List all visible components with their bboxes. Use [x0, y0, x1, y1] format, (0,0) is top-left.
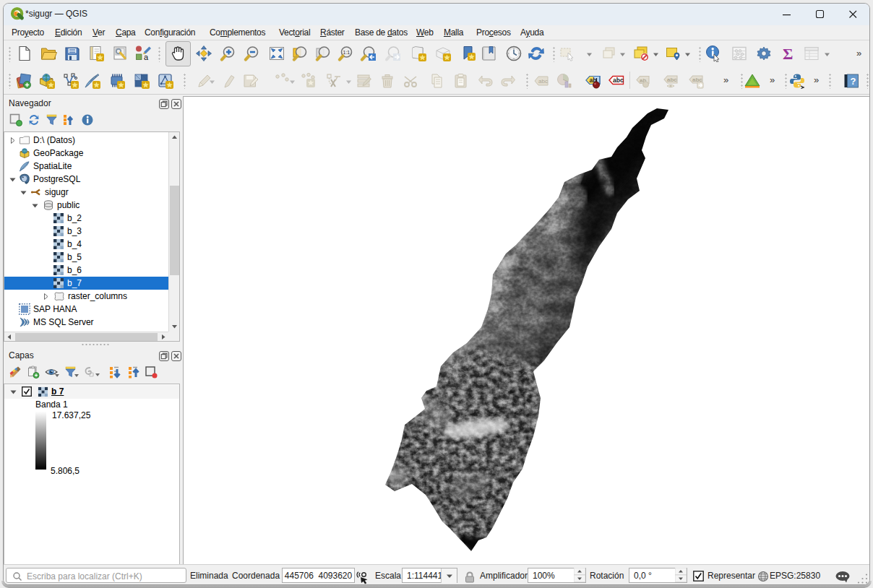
svg-text:abc: abc [613, 77, 624, 84]
svg-text:Σ: Σ [783, 45, 793, 62]
svg-text:1:1: 1:1 [343, 50, 351, 55]
svg-text:?: ? [851, 76, 856, 87]
svg-text:abc: abc [538, 78, 548, 85]
svg-text:a: a [144, 53, 149, 61]
svg-text:abc: abc [667, 77, 677, 83]
